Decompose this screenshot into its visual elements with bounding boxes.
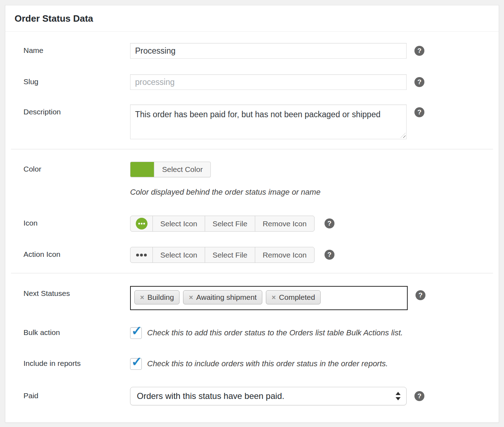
include-in-reports-help-text: Check this to include orders with this o… <box>147 358 388 370</box>
color-label: Color <box>15 162 130 173</box>
dot-icon <box>140 254 143 256</box>
select-color-button-label: Select Color <box>154 162 210 177</box>
action-icon-label: Action Icon <box>15 247 130 259</box>
help-icon[interactable]: ? <box>414 107 424 117</box>
dot-icon <box>141 223 143 225</box>
name-row: Name ? <box>5 43 499 59</box>
status-icon <box>136 218 148 229</box>
slug-row: Slug ? <box>5 74 499 90</box>
select-arrows-icon <box>396 392 401 400</box>
action-icon-row: Action Icon Select Icon Select File Remo… <box>5 247 499 263</box>
remove-tag-icon[interactable]: × <box>140 294 144 301</box>
dot-icon <box>136 254 139 256</box>
help-icon[interactable]: ? <box>414 77 424 87</box>
paid-row: Paid Orders with this status have been p… <box>5 387 499 405</box>
color-help-text: Color displayed behind the order status … <box>130 187 321 197</box>
remove-icon-button[interactable]: Remove Icon <box>255 216 314 231</box>
order-status-data-panel: Order Status Data Name ? Slug ? Descript… <box>5 5 499 423</box>
arrow-up-icon <box>396 392 401 395</box>
select-file-button[interactable]: Select File <box>205 247 255 263</box>
description-textarea[interactable]: This order has been paid for, but has no… <box>130 104 407 139</box>
remove-tag-icon[interactable]: × <box>189 294 193 301</box>
bulk-action-label: Bulk action <box>15 327 130 337</box>
three-dots-icon <box>136 254 148 256</box>
icon-preview <box>130 216 152 231</box>
next-statuses-label: Next Statuses <box>15 286 130 298</box>
slug-label: Slug <box>15 74 130 86</box>
next-status-tag: × Completed <box>266 290 321 304</box>
color-row: Color Select Color Color displayed behin… <box>5 162 499 197</box>
name-input[interactable] <box>130 43 407 59</box>
remove-tag-icon[interactable]: × <box>272 294 276 301</box>
help-icon[interactable]: ? <box>325 250 334 260</box>
tag-label: Completed <box>279 293 315 302</box>
section-divider <box>11 149 493 150</box>
select-icon-button[interactable]: Select Icon <box>152 247 205 263</box>
paid-label: Paid <box>15 387 130 400</box>
paid-select[interactable]: Orders with this status have been paid. <box>130 387 407 405</box>
action-icon-preview <box>130 247 152 263</box>
help-icon[interactable]: ? <box>325 218 334 228</box>
help-icon[interactable]: ? <box>414 46 424 56</box>
name-label: Name <box>15 43 130 55</box>
next-statuses-multiselect[interactable]: × Building × Awaiting shipment × Complet… <box>130 286 408 310</box>
dot-icon <box>143 223 145 225</box>
bulk-action-row: Bulk action ✓ Check this to add this ord… <box>5 327 499 339</box>
action-icon-button-group: Select Icon Select File Remove Icon <box>130 247 315 263</box>
next-status-tag: × Awaiting shipment <box>183 290 262 304</box>
slug-input[interactable] <box>130 74 407 90</box>
include-in-reports-checkbox[interactable]: ✓ <box>130 358 142 370</box>
arrow-down-icon <box>396 397 401 400</box>
dot-icon <box>138 223 140 225</box>
paid-select-value: Orders with this status have been paid. <box>137 391 284 401</box>
section-divider <box>11 273 493 274</box>
tag-label: Building <box>148 293 174 302</box>
checkmark-icon: ✓ <box>131 324 142 337</box>
bulk-action-help-text: Check this to add this order status to t… <box>147 327 403 339</box>
description-label: Description <box>15 104 130 116</box>
select-file-button[interactable]: Select File <box>205 216 255 231</box>
checkmark-icon: ✓ <box>131 355 142 368</box>
bulk-action-checkbox[interactable]: ✓ <box>130 327 142 339</box>
icon-label: Icon <box>15 216 130 227</box>
help-icon[interactable]: ? <box>415 290 425 300</box>
tag-label: Awaiting shipment <box>196 293 257 302</box>
icon-row: Icon Select Icon Select File Remove Icon… <box>5 216 499 232</box>
next-status-tag: × Building <box>134 290 179 304</box>
color-swatch <box>130 162 154 177</box>
page-title: Order Status Data <box>5 5 499 32</box>
include-in-reports-label: Include in reports <box>15 358 130 368</box>
select-icon-button[interactable]: Select Icon <box>152 216 205 231</box>
select-color-button[interactable]: Select Color <box>130 162 211 177</box>
icon-button-group: Select Icon Select File Remove Icon <box>130 216 315 232</box>
description-row: Description This order has been paid for… <box>5 104 499 139</box>
help-icon[interactable]: ? <box>414 391 424 401</box>
next-statuses-row: Next Statuses × Building × Awaiting ship… <box>5 286 499 310</box>
remove-icon-button[interactable]: Remove Icon <box>255 247 314 263</box>
include-in-reports-row: Include in reports ✓ Check this to inclu… <box>5 358 499 370</box>
dot-icon <box>144 254 147 256</box>
